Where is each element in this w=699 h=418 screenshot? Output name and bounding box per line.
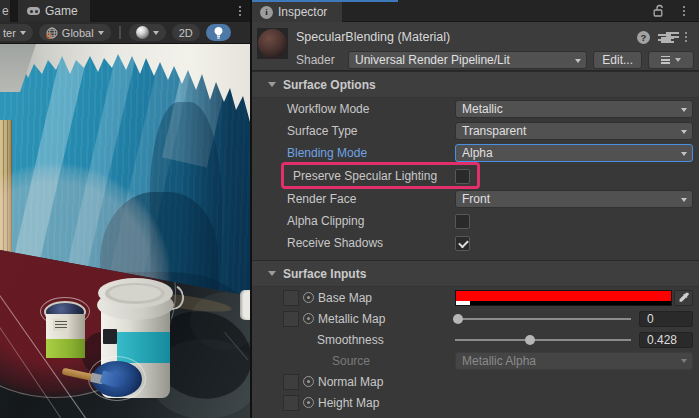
chevron-down-icon xyxy=(675,58,681,62)
surface-type-value: Transparent xyxy=(462,124,526,138)
chevron-down-icon xyxy=(153,31,159,35)
slider-handle[interactable] xyxy=(453,314,463,324)
metallic-map-texture-slot[interactable] xyxy=(283,311,299,327)
normal-map-texture-slot[interactable] xyxy=(283,374,299,390)
render-face-row: Render Face Front xyxy=(252,188,699,210)
alpha-clipping-row: Alpha Clipping xyxy=(252,210,699,232)
scene-paint-can-label xyxy=(53,319,69,331)
workflow-mode-label: Workflow Mode xyxy=(283,102,455,116)
scene-bucket-lid-top xyxy=(109,285,161,301)
object-picker-icon[interactable] xyxy=(303,397,314,408)
object-picker-icon[interactable] xyxy=(303,292,314,303)
inspector-tab-bar: i Inspector xyxy=(252,0,699,22)
receive-shadows-row: Receive Shadows xyxy=(252,232,699,254)
height-map-label: Height Map xyxy=(318,396,379,410)
2d-label: 2D xyxy=(179,27,193,39)
shaded-sphere-icon xyxy=(136,26,149,39)
workflow-mode-dropdown[interactable]: Metallic xyxy=(455,100,693,118)
preserve-specular-checkbox[interactable] xyxy=(455,169,470,184)
base-map-texture-slot[interactable] xyxy=(283,290,299,306)
presets-icon[interactable] xyxy=(658,32,671,43)
base-map-row: Base Map xyxy=(252,287,699,308)
scene-lighting-toggle[interactable] xyxy=(206,24,231,41)
source-row: Source Metallic Alpha xyxy=(252,350,699,371)
scene-toolbar: ter Global 2D xyxy=(0,22,250,44)
source-dropdown: Metallic Alpha xyxy=(455,352,693,370)
chevron-down-icon xyxy=(681,108,687,112)
material-header: SpecularBlending (Material) ? Shader Uni… xyxy=(252,22,699,71)
2d-toggle-button[interactable]: 2D xyxy=(172,24,200,41)
render-face-value: Front xyxy=(462,192,490,206)
tab-game[interactable]: Game xyxy=(18,0,90,22)
material-title: SpecularBlending (Material) xyxy=(296,30,450,44)
section-surface-inputs[interactable]: Surface Inputs xyxy=(252,260,699,287)
chevron-down-icon xyxy=(681,359,687,363)
lightbulb-icon xyxy=(213,26,224,39)
alpha-fill xyxy=(456,301,470,305)
base-map-label: Base Map xyxy=(318,291,372,305)
list-icon xyxy=(661,56,670,64)
object-picker-icon[interactable] xyxy=(303,313,314,324)
slider-track[interactable] xyxy=(455,318,631,320)
metallic-slider[interactable] xyxy=(455,311,631,327)
tab-inspector-label: Inspector xyxy=(278,5,327,19)
shading-mode-button[interactable] xyxy=(129,24,166,41)
alpha-bar xyxy=(456,301,671,305)
info-icon: i xyxy=(260,6,273,19)
alpha-clipping-checkbox[interactable] xyxy=(455,214,470,229)
alpha-clipping-label: Alpha Clipping xyxy=(283,214,455,228)
pivot-mode-button[interactable]: ter xyxy=(0,24,33,41)
smoothness-slider[interactable] xyxy=(455,332,631,348)
tab-scene-partial[interactable]: e xyxy=(0,0,11,22)
shader-edit-label: Edit... xyxy=(602,53,633,67)
metallic-value-field[interactable]: 0 xyxy=(639,311,693,327)
blending-mode-value: Alpha xyxy=(462,146,493,160)
receive-shadows-checkbox[interactable] xyxy=(455,236,470,251)
inspector-menu-icon[interactable] xyxy=(677,4,691,18)
scene-paint-can xyxy=(46,314,85,358)
help-icon[interactable]: ? xyxy=(637,31,650,44)
shader-row: Shader Universal Render Pipeline/Lit Edi… xyxy=(252,51,699,69)
blending-mode-dropdown[interactable]: Alpha xyxy=(455,144,693,162)
workflow-mode-row: Workflow Mode Metallic xyxy=(252,98,699,120)
pivot-mode-label: ter xyxy=(3,27,16,39)
chevron-down-icon xyxy=(575,59,581,63)
shader-dropdown[interactable]: Universal Render Pipeline/Lit xyxy=(348,51,587,69)
metallic-map-label: Metallic Map xyxy=(318,312,385,326)
orientation-button[interactable]: Global xyxy=(39,24,111,41)
section-surface-options[interactable]: Surface Options xyxy=(252,71,699,98)
normal-map-row: Normal Map xyxy=(252,371,699,392)
render-face-dropdown[interactable]: Front xyxy=(455,190,693,208)
height-map-row: Height Map xyxy=(252,392,699,413)
eyedropper-button[interactable] xyxy=(674,290,693,306)
workflow-mode-value: Metallic xyxy=(462,102,503,116)
shader-label: Shader xyxy=(296,53,342,67)
material-menu-icon[interactable] xyxy=(679,30,693,44)
toolbar-separator xyxy=(119,26,121,39)
surface-type-dropdown[interactable]: Transparent xyxy=(455,122,693,140)
game-panel-menu-icon[interactable] xyxy=(233,4,247,18)
normal-map-label: Normal Map xyxy=(318,375,383,389)
object-picker-icon[interactable] xyxy=(303,376,314,387)
slider-track[interactable] xyxy=(455,339,631,341)
tab-inspector[interactable]: i Inspector xyxy=(252,2,342,22)
tab-game-label: Game xyxy=(45,4,78,18)
globe-icon xyxy=(46,27,58,39)
preserve-specular-label: Preserve Specular Lighting xyxy=(283,169,455,183)
section-surface-options-label: Surface Options xyxy=(283,78,376,92)
unity-editor-window: e Game ter Global 2D xyxy=(0,0,699,418)
scene-viewport[interactable] xyxy=(0,44,250,418)
smoothness-value-field[interactable]: 0.428 xyxy=(639,332,693,348)
base-map-color-swatch[interactable] xyxy=(455,290,672,306)
unlock-icon[interactable] xyxy=(652,4,665,21)
slider-handle[interactable] xyxy=(525,335,535,345)
smoothness-label: Smoothness xyxy=(283,333,455,347)
scene-edge-object xyxy=(240,290,250,320)
shader-menu-button[interactable] xyxy=(648,51,694,69)
game-view-panel: e Game ter Global 2D xyxy=(0,0,250,418)
blending-mode-label: Blending Mode xyxy=(283,146,455,160)
shader-edit-button[interactable]: Edit... xyxy=(593,51,642,69)
foldout-icon xyxy=(268,271,276,276)
game-tab-bar: e Game xyxy=(0,0,250,22)
height-map-texture-slot[interactable] xyxy=(283,395,299,411)
